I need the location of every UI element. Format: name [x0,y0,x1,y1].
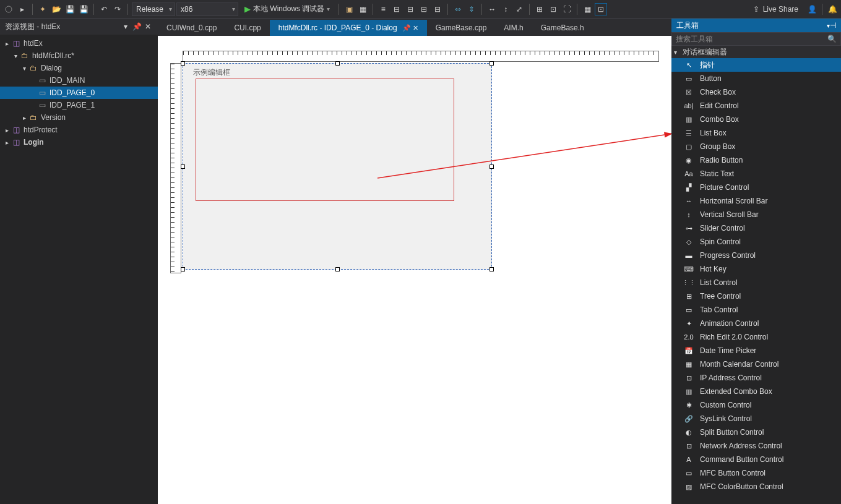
ruler-horizontal [183,51,659,62]
nav-fwd-button[interactable]: ▸ [16,3,28,15]
toolbox-item-mfcbtn[interactable]: ▭MFC Button Control [671,466,841,480]
editor-tab[interactable]: CUIWnd_0.cpp [158,20,225,36]
align-4-icon[interactable]: ⊟ [431,3,444,15]
tree-node-htdmfcdll-rc-[interactable]: ▾🗀htdMfcDll.rc* [0,49,158,62]
editor-tab[interactable]: AIM.h [495,20,532,36]
align-1-icon[interactable]: ⊟ [390,3,403,15]
tree-node-version[interactable]: ▸🗀Version [0,111,158,124]
toolbox-item-rich[interactable]: 2.0Rich Edit 2.0 Control [671,330,841,344]
undo-icon[interactable]: ↶ [98,3,110,15]
pin-icon[interactable]: 📌 [132,22,142,32]
align-3-icon[interactable]: ⊟ [418,3,430,15]
toolbox-item-xcombo[interactable]: ▥Extended Combo Box [671,385,841,398]
toolbox-item-cmd[interactable]: ACommand Button Control [671,453,841,466]
toolbox-item-pic[interactable]: ▞Picture Control [671,181,841,194]
toolbox-item-list[interactable]: ☰List Box [671,126,841,140]
toolbox-item-tab[interactable]: ▭Tab Control [671,303,841,317]
space-h-icon[interactable]: ⇔ [452,3,464,15]
edit-control-box[interactable] [196,79,454,201]
mfccolor-icon: ▨ [683,482,695,492]
tree-node-idd-page-0[interactable]: ▭IDD_PAGE_0 [0,87,158,99]
size-3-icon[interactable]: ⤢ [513,3,525,15]
toolbox-item-spin[interactable]: ◇Spin Control [671,235,841,249]
toolbox-item-chk[interactable]: ☒Check Box [671,85,841,99]
center-h-icon[interactable]: ⊞ [533,3,546,15]
toolbox-item-vsb[interactable]: ↕Vertical Scroll Bar [671,208,841,221]
open-folder-icon[interactable]: 📂 [50,3,63,15]
close-icon[interactable]: ✕ [143,22,153,32]
radio-icon: ◉ [683,155,695,165]
tree-node-htdex[interactable]: ▸◫htdEx [0,37,158,49]
tab-close-icon[interactable]: 📌 ✕ [402,24,418,32]
toolbox-item-split[interactable]: ◐Split Button Control [671,425,841,439]
toolbox-item-edit[interactable]: ab|Edit Control [671,99,841,113]
toolbox-item-net[interactable]: ⊡Network Address Control [671,439,841,453]
toolbox-item-listc[interactable]: ⋮⋮List Control [671,276,841,289]
redo-icon[interactable]: ↷ [111,3,124,15]
toolbox-item-ptr[interactable]: ↖指针 [671,58,841,72]
save-icon[interactable]: 💾 [64,3,76,15]
toolbox-item-slider[interactable]: ⊶Slider Control [671,221,841,235]
user-icon[interactable]: 👤 [806,3,818,15]
ruler-vertical [170,63,181,273]
full-icon[interactable]: ⛶ [561,3,573,15]
toolbox-item-grp[interactable]: ▢Group Box [671,140,841,153]
save-all-icon[interactable]: 💾 [77,3,90,15]
toolbox-item-hsb[interactable]: ↔Horizontal Scroll Bar [671,194,841,208]
start-debug-button[interactable]: ▶ 本地 Windows 调试器 ▾ [239,3,335,15]
custom-icon: ✱ [683,400,695,410]
toolbox-panel: 工具箱 ▾ ⊣ 搜索工具箱 🔍 ▾ 对话框编辑器 ↖指针▭Button☒Chec… [671,19,841,504]
toolbox-item-ip[interactable]: ⊡IP Address Control [671,371,841,385]
guides-icon[interactable]: ⊡ [595,3,607,15]
editor-tab[interactable]: htdMfcDll.rc - IDD_PAGE_0 - Dialog📌 ✕ [270,20,427,36]
tree-node-idd-page-1[interactable]: ▭IDD_PAGE_1 [0,99,158,111]
tree-icon: ⊞ [683,291,695,301]
size-1-icon[interactable]: ↔ [486,3,498,15]
space-v-icon[interactable]: ⇕ [465,3,478,15]
tree-node-htdprotect[interactable]: ▸◫htdProtect [0,124,158,136]
toolbox-item-hot[interactable]: ⌨Hot Key [671,262,841,276]
toolbox-item-custom[interactable]: ✱Custom Control [671,398,841,412]
dialog-preview[interactable]: 示例编辑框 [183,63,492,270]
editor-tab[interactable]: GameBase.cpp [427,20,496,36]
toolbox-list: ↖指针▭Button☒Check Boxab|Edit Control▥Comb… [671,58,841,504]
toolbox-item-radio[interactable]: ◉Radio Button [671,153,841,167]
panel-title-text: 资源视图 - htdEx [5,22,60,32]
editor-area: CUIWnd_0.cppCUI.cpphtdMfcDll.rc - IDD_PA… [158,19,671,504]
live-share-label: Live Share [763,5,798,14]
toolbox-item-combo[interactable]: ▥Combo Box [671,113,841,126]
tree-node-login[interactable]: ▸◫Login [0,136,158,148]
layout-icon[interactable]: ▦ [356,3,369,15]
toolbox-item-month[interactable]: ▦Month Calendar Control [671,357,841,371]
toolbox-item-btn[interactable]: ▭Button [671,72,841,85]
editor-tab[interactable]: GameBase.h [532,20,593,36]
folder-icon[interactable]: ▣ [343,3,355,15]
tree-node-dialog[interactable]: ▾🗀Dialog [0,62,158,74]
designer-canvas[interactable]: 示例编辑框 [158,36,671,504]
toolbox-item-syslink[interactable]: 🔗SysLink Control [671,412,841,425]
toolbox-item-static[interactable]: AaStatic Text [671,167,841,181]
editor-tab[interactable]: CUI.cpp [225,20,269,36]
toolbox-item-date[interactable]: 📅Date Time Picker [671,344,841,357]
play-icon: ▶ [244,4,251,14]
new-item-icon[interactable]: ✦ [37,3,49,15]
dropdown-icon[interactable]: ▾ [121,22,131,32]
toolbox-group-header[interactable]: ▾ 对话框编辑器 [671,46,841,58]
platform-dropdown[interactable]: x86 [176,2,238,16]
toolbox-item-prog[interactable]: ▬Progress Control [671,249,841,262]
pin-icon[interactable]: ⊣ [830,21,836,30]
center-v-icon[interactable]: ⊡ [547,3,559,15]
toolbox-item-tree[interactable]: ⊞Tree Control [671,289,841,303]
tree-node-idd-main[interactable]: ▭IDD_MAIN [0,74,158,87]
live-share-button[interactable]: ⇪ Live Share [747,5,804,14]
toolbox-item-anim[interactable]: ✦Animation Control [671,317,841,330]
size-2-icon[interactable]: ↕ [499,3,512,15]
config-dropdown[interactable]: Release [132,2,175,16]
align-2-icon[interactable]: ⊟ [404,3,416,15]
toolbox-search[interactable]: 搜索工具箱 🔍 [671,32,841,46]
grid-icon[interactable]: ▦ [581,3,593,15]
nav-back-button[interactable] [2,3,15,15]
toolbox-item-mfccolor[interactable]: ▨MFC ColorButton Control [671,480,841,493]
align-left-icon[interactable]: ≡ [377,3,389,15]
notif-icon[interactable]: 🔔 [826,3,839,15]
